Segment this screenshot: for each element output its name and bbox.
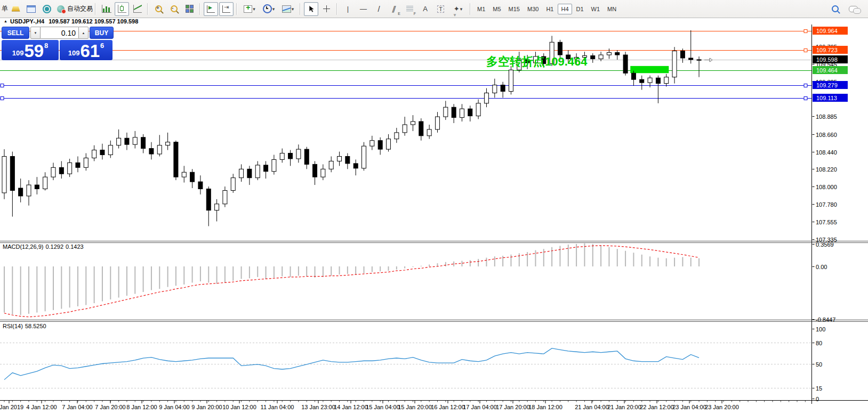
chat-icon (849, 6, 858, 12)
auto-trading-label[interactable]: 自动交易 (67, 4, 93, 13)
timeframe-d1[interactable]: D1 (573, 4, 587, 14)
chevron-down-icon: ▾ (460, 6, 463, 12)
svg-text:-0.8447: -0.8447 (816, 316, 835, 323)
svg-text:17 Jan 04:00: 17 Jan 04:00 (463, 404, 497, 410)
svg-text:100: 100 (816, 326, 825, 332)
zoom-out-button[interactable]: - (167, 2, 181, 16)
collapse-panel-icon[interactable]: ▲ (4, 19, 7, 23)
chevron-down-icon: ▾ (292, 6, 294, 12)
sell-price-prefix: 109 (12, 49, 24, 57)
zoom-in-button[interactable]: + (151, 2, 166, 16)
svg-text:107.780: 107.780 (816, 201, 837, 208)
separator (469, 3, 472, 15)
periods-button[interactable]: ▾ (260, 2, 278, 16)
fibonacci-button[interactable]: F (403, 2, 417, 16)
timeframe-mn[interactable]: MN (604, 4, 620, 14)
channel-button[interactable]: ∥E (387, 2, 401, 16)
price-badge: 109.113 (813, 94, 848, 102)
svg-text:18 Jan 12:00: 18 Jan 12:00 (528, 404, 562, 410)
current-price-badge: 109.598 (813, 55, 848, 63)
market-watch-button[interactable] (24, 2, 38, 16)
timeframe-h4[interactable]: H4 (558, 4, 572, 14)
timeframe-m30[interactable]: M30 (524, 4, 542, 14)
horizontal-line-button[interactable]: — (356, 2, 371, 16)
text-label-button[interactable]: T (433, 2, 448, 16)
separator (198, 3, 202, 15)
line-chart-button[interactable] (130, 2, 144, 16)
svg-text:22 Jan 12:00: 22 Jan 12:00 (640, 404, 674, 410)
vertical-line-button[interactable]: | (341, 2, 355, 16)
search-button[interactable] (828, 2, 842, 16)
svg-text:15 Jan 20:00: 15 Jan 20:00 (398, 404, 432, 410)
timeframe-m1[interactable]: M1 (474, 4, 488, 14)
timeframe-m5[interactable]: M5 (489, 4, 504, 14)
svg-text:109.113: 109.113 (816, 95, 837, 101)
separator (94, 3, 98, 15)
svg-text:108.660: 108.660 (816, 132, 837, 138)
svg-text:0: 0 (816, 396, 819, 402)
price-badge: 109.464 (813, 66, 848, 74)
svg-text:50: 50 (816, 361, 822, 368)
trendline-icon: / (377, 4, 380, 13)
rsi-value: 58.5250 (25, 323, 46, 329)
cursor-button[interactable] (304, 2, 318, 16)
svg-text:16 Jan 12:00: 16 Jan 12:00 (431, 404, 465, 410)
sell-price-big: 59 (24, 44, 44, 59)
timeframe-bar: M1M5M15M30H1H4D1W1MN (473, 4, 620, 14)
svg-text:109.723: 109.723 (816, 47, 838, 53)
price-badge: 109.964 (813, 27, 848, 35)
templates-button[interactable]: ▾ (279, 2, 297, 16)
gold-ingot-icon (12, 6, 20, 12)
new-order-button[interactable] (9, 2, 23, 16)
bar-chart-button[interactable] (99, 2, 114, 16)
chat-button[interactable] (843, 2, 863, 16)
chart-shift-button[interactable]: ⇥ (219, 2, 234, 16)
auto-trading-icon (57, 5, 65, 13)
svg-text:108.220: 108.220 (816, 166, 837, 173)
svg-text:15 Jan 04:00: 15 Jan 04:00 (366, 404, 400, 410)
auto-trading-button[interactable] (55, 2, 67, 16)
buy-button[interactable]: BUY (90, 27, 114, 39)
crosshair-icon (323, 5, 330, 12)
svg-text:0.3569: 0.3569 (816, 241, 834, 248)
sell-price-box[interactable]: 109 59 8 (2, 40, 59, 60)
toolbar-overflow-icon[interactable]: ▼ (453, 13, 457, 18)
tile-windows-icon (186, 5, 194, 13)
volume-increase-button[interactable]: ▲ (78, 27, 89, 39)
svg-text:108.885: 108.885 (816, 113, 837, 120)
volume-input[interactable] (41, 27, 78, 39)
timeframe-h1[interactable]: H1 (543, 4, 557, 14)
svg-text:10 Jan 12:00: 10 Jan 12:00 (222, 404, 256, 410)
chart-plot-area[interactable]: 109.765109.545109.325108.885108.660108.4… (0, 0, 868, 414)
sell-button[interactable]: SELL (2, 27, 29, 39)
cursor-icon (308, 5, 315, 13)
tile-windows-button[interactable] (182, 2, 197, 16)
timeframe-m15[interactable]: M15 (505, 4, 523, 14)
crosshair-button[interactable] (319, 2, 334, 16)
candlestick-chart-button[interactable] (115, 2, 129, 16)
indicators-button[interactable]: +▾ (240, 2, 259, 16)
chart-symbol-period: USDJPY-,H4 (10, 18, 44, 25)
price-badge: 109.279 (813, 81, 848, 89)
channel-icon: ∥ (391, 5, 397, 13)
svg-text:21 Jan 04:00: 21 Jan 04:00 (575, 404, 609, 410)
text-button[interactable]: A (418, 2, 432, 16)
sell-price-sup: 8 (44, 42, 48, 50)
text-icon: A (423, 5, 428, 13)
sound-alerts-button[interactable] (39, 2, 54, 16)
trendline-button[interactable]: / (372, 2, 386, 16)
auto-scroll-button[interactable]: ▶ (204, 2, 218, 16)
svg-text:107.555: 107.555 (816, 219, 837, 225)
order-button-partial[interactable]: 单 (2, 4, 8, 13)
buy-price-prefix: 109 (68, 49, 80, 57)
price-level-lines (0, 30, 811, 100)
svg-text:109.598: 109.598 (816, 56, 838, 63)
arrows-button[interactable]: ✦▾ (449, 2, 467, 16)
buy-price-box[interactable]: 109 61 6 (60, 40, 112, 60)
last-price-arrow (704, 58, 712, 62)
buy-price-sup: 6 (100, 42, 104, 50)
timeframe-w1[interactable]: W1 (588, 4, 604, 14)
separator (299, 3, 302, 15)
svg-text:23 Jan 04:00: 23 Jan 04:00 (672, 404, 706, 410)
volume-decrease-button[interactable]: ▼ (30, 27, 41, 39)
